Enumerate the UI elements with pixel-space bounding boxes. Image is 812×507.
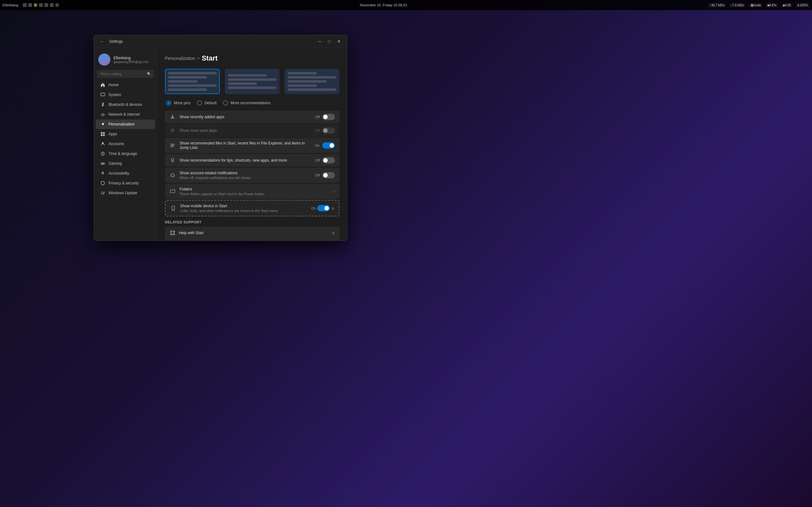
sidebar-item-bluetooth[interactable]: Bluetooth & devices bbox=[96, 100, 155, 109]
sidebar-label-bluetooth: Bluetooth & devices bbox=[108, 102, 142, 107]
update-icon bbox=[100, 190, 105, 195]
chevron-down-icon[interactable]: ∨ bbox=[331, 206, 334, 211]
sidebar-item-privacy[interactable]: Privacy & security bbox=[96, 178, 155, 188]
setting-text: Show mobile device in Start Calls, texts… bbox=[180, 204, 278, 213]
user-profile[interactable]: Efterklang gaojiaxing2004@qq.com bbox=[94, 51, 157, 70]
sidebar-label-update: Windows Update bbox=[108, 191, 137, 195]
toggle-thumb bbox=[324, 206, 329, 210]
list-icon bbox=[169, 142, 176, 149]
preview-line bbox=[288, 72, 317, 74]
toggle-recently-added[interactable] bbox=[322, 114, 335, 120]
sidebar-item-time[interactable]: Time & language bbox=[96, 149, 155, 158]
sidebar: Efterklang gaojiaxing2004@qq.com 🔍 Home bbox=[94, 48, 157, 240]
sidebar-item-apps[interactable]: Apps bbox=[96, 129, 155, 139]
sidebar-item-system[interactable]: System bbox=[96, 90, 155, 100]
sidebar-label-time: Time & language bbox=[108, 152, 137, 156]
toggle-mobile-device[interactable] bbox=[317, 205, 330, 211]
mobile-icon bbox=[170, 205, 176, 211]
sidebar-label-system: System bbox=[108, 93, 121, 97]
setting-text: Show recommendations for tips, shortcuts… bbox=[180, 158, 287, 163]
user-name: Efterklang bbox=[113, 56, 148, 60]
related-support: Related support Help with Start ∧ Changi… bbox=[165, 220, 339, 240]
setting-status-mobile-device: On bbox=[311, 206, 316, 210]
preview-line bbox=[228, 74, 267, 77]
svg-rect-4 bbox=[103, 134, 105, 136]
setting-recommendations-tips: Show recommendations for tips, shortcuts… bbox=[165, 154, 339, 167]
maximize-button[interactable]: □ bbox=[325, 38, 334, 45]
accessibility-icon bbox=[100, 171, 105, 176]
setting-folders[interactable]: Folders These folders appear on Start ne… bbox=[165, 184, 339, 199]
breadcrumb: Personalization > Start bbox=[165, 54, 339, 62]
privacy-icon bbox=[100, 181, 105, 186]
svg-rect-2 bbox=[103, 132, 105, 134]
sidebar-label-gaming: Gaming bbox=[108, 161, 122, 166]
taskbar-icon-1[interactable] bbox=[23, 3, 27, 7]
taskbar-icon-5[interactable] bbox=[44, 3, 48, 7]
setting-left: Show recently added apps bbox=[169, 114, 315, 120]
setting-label-recommended-files: Show recommended files in Start, recent … bbox=[180, 141, 315, 150]
setting-right: › bbox=[334, 189, 335, 194]
setting-text: Folders These folders appear on Start ne… bbox=[180, 187, 264, 196]
toggle-account-notifications[interactable] bbox=[322, 172, 335, 178]
sidebar-item-network[interactable]: Network & internet bbox=[96, 110, 155, 119]
sidebar-item-accessibility[interactable]: Accessibility bbox=[96, 169, 155, 178]
taskbar-icon-3[interactable] bbox=[34, 3, 38, 7]
sidebar-item-accounts[interactable]: Accounts bbox=[96, 139, 155, 149]
preview-line bbox=[228, 87, 276, 89]
setting-desc-folders: These folders appear on Start next to th… bbox=[180, 192, 264, 196]
taskbar-system-icons bbox=[23, 3, 59, 7]
radio-default[interactable]: Default bbox=[197, 101, 217, 106]
settings-section: Show recently added apps Off bbox=[165, 111, 339, 216]
taskbar-audio[interactable]: 🔇mute bbox=[749, 3, 763, 7]
layout-more-pins[interactable] bbox=[165, 69, 220, 94]
search-input[interactable] bbox=[97, 70, 154, 78]
radio-more-pins[interactable]: More pins bbox=[166, 101, 191, 106]
apps-icon bbox=[100, 131, 105, 136]
layout-radio-options: More pins Default More recommendations bbox=[165, 101, 339, 106]
sidebar-item-update[interactable]: Windows Update bbox=[96, 188, 155, 198]
svg-rect-0 bbox=[101, 93, 105, 96]
layout-more-recommendations[interactable] bbox=[285, 69, 339, 94]
preview-line bbox=[168, 72, 217, 74]
taskbar-icon-6[interactable] bbox=[50, 3, 54, 7]
sidebar-item-personalization[interactable]: Personalization bbox=[96, 119, 155, 129]
toggle-recommended-files[interactable] bbox=[322, 142, 335, 149]
notification-icon bbox=[169, 172, 176, 178]
download-icon bbox=[169, 114, 176, 120]
setting-right: Off bbox=[315, 114, 335, 120]
time-icon bbox=[100, 151, 105, 156]
toggle-thumb bbox=[323, 173, 328, 177]
sidebar-item-home[interactable]: Home bbox=[96, 80, 155, 90]
accordion-chevron-icon: ∧ bbox=[332, 230, 335, 235]
preview-line bbox=[168, 89, 207, 91]
window-controls: ─ □ ✕ bbox=[315, 38, 343, 45]
taskbar-right: ↑36.7 kB/s ↓7.6 kB/s 🔇mute ■8.6% ■4.06 ↯… bbox=[708, 3, 809, 7]
preview-line bbox=[168, 80, 197, 83]
support-accordion: Help with Start ∧ Changing Start menu co… bbox=[165, 227, 339, 240]
taskbar-icon-7[interactable] bbox=[55, 3, 59, 7]
toggle-recommendations-tips[interactable] bbox=[322, 157, 335, 164]
toggle-thumb bbox=[329, 143, 334, 148]
close-button[interactable]: ✕ bbox=[334, 38, 343, 45]
setting-left: Show most used apps bbox=[169, 127, 315, 134]
breadcrumb-parent[interactable]: Personalization bbox=[165, 56, 195, 61]
radio-more-recommendations[interactable]: More recommendations bbox=[223, 101, 270, 106]
taskbar-icon-2[interactable] bbox=[28, 3, 32, 7]
sidebar-item-gaming[interactable]: Gaming bbox=[96, 159, 155, 168]
sidebar-label-accounts: Accounts bbox=[108, 142, 124, 146]
preview-line bbox=[288, 80, 326, 83]
minimize-button[interactable]: ─ bbox=[315, 38, 324, 45]
settings-window: ← Settings ─ □ ✕ Efterklang gaojiaxing20… bbox=[94, 35, 347, 241]
radio-circle-more-pins bbox=[166, 101, 171, 106]
preview-line bbox=[168, 84, 217, 87]
setting-label-recently-added: Show recently added apps bbox=[180, 115, 224, 119]
layout-default[interactable] bbox=[225, 69, 280, 94]
preview-line bbox=[228, 78, 276, 81]
setting-left: Show mobile device in Start Calls, texts… bbox=[170, 204, 311, 213]
window-body: Efterklang gaojiaxing2004@qq.com 🔍 Home bbox=[94, 48, 347, 240]
breadcrumb-separator: > bbox=[197, 56, 200, 61]
setting-status-account-notifications: Off bbox=[315, 173, 320, 177]
taskbar-icon-4[interactable] bbox=[39, 3, 43, 7]
accordion-header[interactable]: Help with Start ∧ bbox=[165, 227, 339, 239]
back-button[interactable]: ← bbox=[98, 38, 107, 45]
